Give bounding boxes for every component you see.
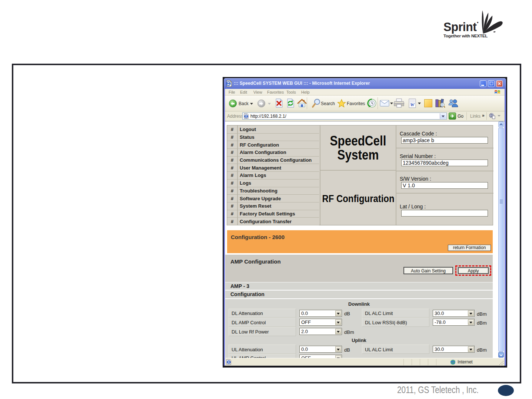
svg-text:W: W [410,102,415,107]
